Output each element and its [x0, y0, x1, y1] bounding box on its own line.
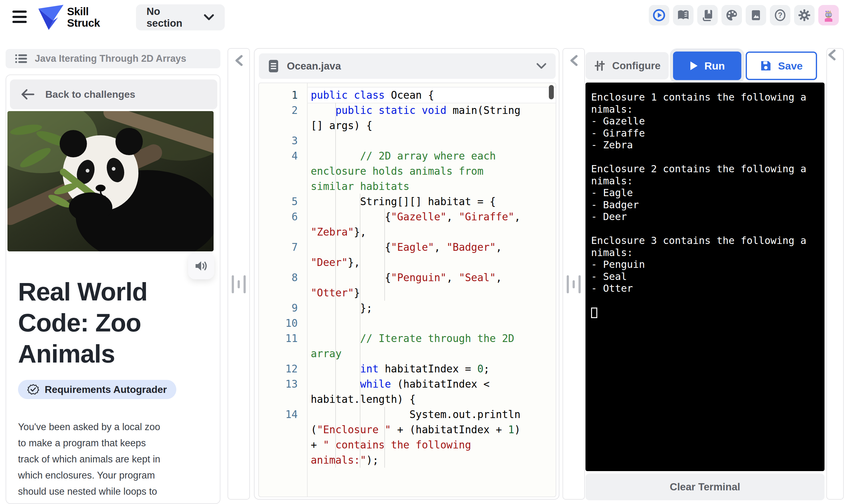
skillstruck-logo-icon[interactable]	[37, 4, 65, 31]
terminal-line: Enclosure 3 contains the following anima…	[591, 235, 809, 258]
back-to-challenges-label: Back to challenges	[45, 89, 136, 100]
code-editor[interactable]: 1public class Ocean {2public static void…	[258, 83, 556, 497]
line-number	[259, 346, 298, 361]
terminal-line	[591, 223, 809, 235]
collapse-editor-icon[interactable]	[569, 54, 578, 67]
line-number: 14	[259, 407, 298, 422]
line-number: 9	[259, 301, 298, 316]
code-row: 7{"Eagle", "Badger",	[259, 239, 556, 255]
line-number: 3	[259, 133, 298, 148]
terminal-line: - Otter	[591, 283, 809, 294]
line-number: 5	[259, 194, 298, 209]
code-row: 5String[][] habitat = {	[259, 194, 556, 209]
arrow-left-icon	[20, 89, 35, 100]
file-tab[interactable]: Ocean.java	[259, 53, 556, 79]
panel-resize-handle[interactable]	[232, 275, 246, 293]
section-dropdown[interactable]: No section	[136, 4, 225, 31]
code-row: array	[259, 346, 556, 361]
save-button[interactable]: Save	[746, 52, 817, 80]
code-row: ("Enclosure " + (habitatIndex + 1)	[259, 422, 556, 437]
lesson-image	[7, 111, 214, 251]
code-row: "Deer"},	[259, 255, 556, 270]
code-row: 8{"Penguin", "Seal",	[259, 270, 556, 285]
terminal-line: - Penguin	[591, 258, 809, 271]
open-book-icon	[677, 9, 690, 22]
line-number: 6	[259, 209, 298, 224]
palette-icon	[725, 9, 738, 22]
file-icon	[268, 59, 280, 73]
code-row: 11// Iterate through the 2D	[259, 331, 556, 346]
play-icon	[689, 61, 698, 71]
editor-divider	[562, 48, 585, 500]
line-number	[259, 285, 298, 301]
line-number: 12	[259, 361, 298, 376]
configure-label: Configure	[612, 60, 661, 72]
collapse-left-icon[interactable]	[234, 54, 244, 67]
clear-terminal-label: Clear Terminal	[670, 481, 740, 493]
code-row: 10	[259, 316, 556, 331]
line-number	[259, 179, 298, 194]
code-row: enclosure holds animals from	[259, 164, 556, 179]
line-number	[259, 392, 298, 407]
line-number	[259, 164, 298, 179]
back-to-challenges-button[interactable]: Back to challenges	[10, 79, 217, 109]
terminal-output[interactable]: Enclosure 1 contains the following anima…	[586, 83, 825, 471]
clear-terminal-button[interactable]: Clear Terminal	[586, 473, 825, 500]
terminal-line: Enclosure 2 contains the following anima…	[591, 163, 809, 187]
terminal-line: - Giraffe	[591, 127, 809, 139]
line-number: 4	[259, 148, 298, 164]
code-row: [] args) {	[259, 118, 556, 133]
terminal-line: - Gazelle	[591, 115, 809, 127]
code-row: + " contains the following	[259, 437, 556, 452]
line-number: 8	[259, 270, 298, 285]
panel-resize-handle[interactable]	[567, 275, 581, 293]
configure-button[interactable]: Configure	[586, 52, 669, 79]
badge-check-icon	[27, 383, 39, 395]
terminal-line: Enclosure 1 contains the following anima…	[591, 91, 809, 115]
chevron-down-icon	[536, 62, 547, 70]
settings-button[interactable]	[794, 5, 814, 25]
curriculum-button[interactable]	[673, 5, 694, 25]
top-bar: Skill Struck No section	[0, 0, 845, 35]
terminal-line: - Eagle	[591, 187, 809, 199]
code-row: 4// 2D array where each	[259, 148, 556, 164]
media-button[interactable]	[746, 5, 766, 25]
code-row: 1public class Ocean {	[259, 88, 556, 103]
line-number	[259, 437, 298, 452]
code-content: 1public class Ocean {2public static void…	[259, 88, 556, 468]
themes-button[interactable]	[721, 5, 742, 25]
library-button[interactable]	[697, 5, 718, 25]
chevron-down-icon	[204, 14, 214, 21]
code-row: 12int habitatIndex = 0;	[259, 361, 556, 376]
terminal-line: - Badger	[591, 199, 809, 211]
run-tour-button[interactable]	[649, 5, 669, 25]
line-number: 13	[259, 376, 298, 392]
line-number: 10	[259, 316, 298, 331]
line-number: 2	[259, 103, 298, 118]
line-number	[259, 422, 298, 437]
avatar-cat-icon	[822, 9, 835, 22]
line-number	[259, 255, 298, 270]
profile-avatar[interactable]	[818, 5, 839, 25]
terminal-line	[591, 151, 809, 163]
left-panel-divider	[228, 48, 250, 500]
play-circle-icon	[652, 9, 666, 22]
help-button[interactable]: ?	[770, 5, 790, 25]
app-window: Skill Struck No section	[0, 0, 845, 504]
code-row: 9};	[259, 301, 556, 316]
autograder-badge: Requirements Autograder	[18, 380, 176, 399]
course-title-chip[interactable]: Java Iterating Through 2D Arrays	[5, 49, 220, 68]
line-number	[259, 452, 298, 468]
question-icon: ?	[774, 9, 787, 22]
terminal-cursor	[591, 308, 597, 318]
code-row: animals:");	[259, 452, 556, 468]
skillstruck-logo-text: Skill Struck	[67, 5, 100, 29]
text-to-speech-button[interactable]	[188, 253, 214, 279]
collapse-right-icon[interactable]	[827, 49, 836, 61]
hamburger-menu-icon[interactable]	[13, 11, 27, 23]
section-dropdown-label: No section	[146, 5, 196, 29]
editor-scrollbar[interactable]	[549, 85, 554, 99]
run-button[interactable]: Run	[673, 52, 741, 80]
code-row: "Zebra"},	[259, 224, 556, 239]
terminal-line: - Seal	[591, 271, 809, 283]
